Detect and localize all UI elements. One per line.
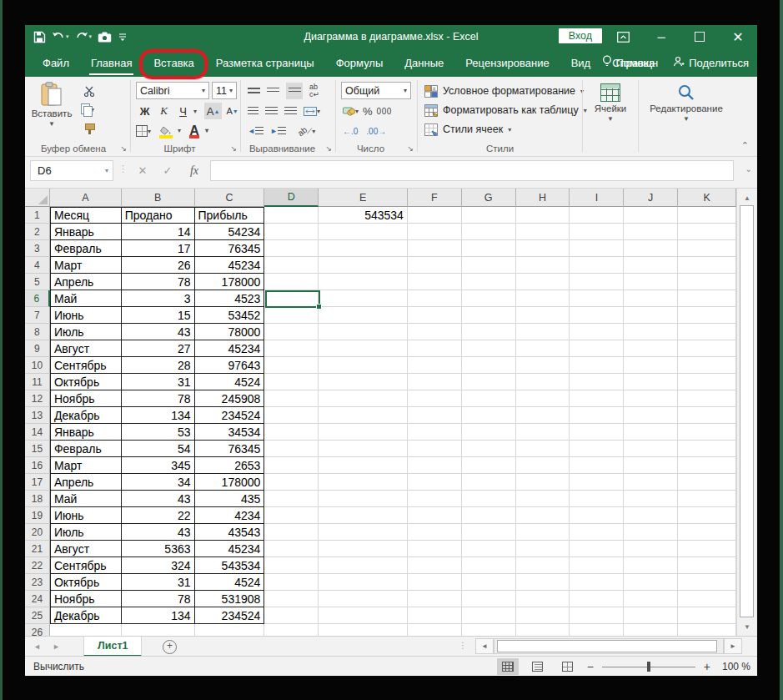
row-header-20[interactable]: 20 (25, 524, 50, 541)
cell-E23[interactable] (319, 574, 408, 591)
cell-K4[interactable] (678, 257, 736, 274)
cell-B11[interactable]: 31 (122, 374, 195, 390)
save-icon[interactable] (33, 28, 46, 46)
cell-A22[interactable]: Сентябрь (50, 557, 122, 574)
cell-I17[interactable] (570, 474, 624, 491)
cell-K15[interactable] (678, 441, 736, 457)
cell-E6[interactable] (319, 290, 408, 307)
format-painter-button[interactable] (80, 120, 98, 137)
decrease-decimal-button[interactable]: .00→ (366, 127, 386, 136)
cell-G19[interactable] (462, 507, 516, 524)
number-dialog-launcher[interactable]: ↘ (407, 144, 414, 153)
row-header-4[interactable]: 4 (25, 257, 50, 274)
cell-I9[interactable] (570, 340, 624, 357)
cell-G25[interactable] (462, 607, 516, 624)
align-right-icon[interactable] (284, 107, 297, 116)
row-header-23[interactable]: 23 (25, 574, 50, 591)
cell-G12[interactable] (462, 390, 516, 407)
cell-H25[interactable] (516, 607, 570, 624)
cell-K5[interactable] (678, 274, 736, 290)
cell-I7[interactable] (570, 307, 624, 324)
cell-I6[interactable] (570, 290, 624, 307)
maximize-button[interactable] (680, 25, 719, 48)
cell-B17[interactable]: 34 (122, 474, 195, 491)
cell-E8[interactable] (319, 324, 408, 340)
comma-style-button[interactable]: 000 (377, 107, 392, 116)
cell-K21[interactable] (678, 541, 736, 557)
tab-разметка-страницы[interactable]: Разметка страницы (205, 48, 325, 77)
cell-G15[interactable] (462, 441, 516, 457)
cell-E12[interactable] (319, 390, 408, 407)
cell-C4[interactable]: 45234 (195, 257, 265, 274)
cell-F19[interactable] (408, 507, 462, 524)
fill-color-button[interactable]: ▾ (158, 123, 174, 139)
wrap-text-button[interactable]: abc↵ (309, 83, 319, 98)
cell-E18[interactable] (319, 491, 408, 507)
cell-K2[interactable] (678, 224, 736, 240)
sheet-next-icon[interactable]: ► (53, 642, 60, 651)
cell-I11[interactable] (570, 374, 624, 390)
cell-J11[interactable] (624, 374, 678, 390)
cell-D10[interactable] (264, 357, 319, 374)
cell-styles-button[interactable]: Стили ячеек▾ (424, 120, 511, 138)
cell-C17[interactable]: 178000 (195, 474, 265, 491)
cell-E21[interactable] (319, 541, 408, 557)
alignment-dialog-launcher[interactable]: ↘ (325, 144, 332, 153)
bold-button[interactable]: Ж (136, 103, 153, 119)
cell-E22[interactable] (319, 557, 408, 574)
cell-K13[interactable] (678, 407, 736, 424)
align-center-icon[interactable] (265, 107, 278, 116)
horizontal-scroll-thumb[interactable] (497, 640, 717, 652)
row-header-17[interactable]: 17 (25, 474, 50, 491)
zoom-level[interactable]: 100 % (719, 661, 750, 672)
merge-center-button[interactable]: ▾ (304, 103, 320, 119)
italic-button[interactable]: К (155, 103, 173, 119)
cell-D13[interactable] (264, 407, 319, 424)
insert-function-icon[interactable]: fx (183, 160, 205, 181)
cell-G3[interactable] (462, 240, 516, 257)
cell-B4[interactable]: 26 (122, 257, 195, 274)
cell-K23[interactable] (678, 574, 736, 591)
cell-B1[interactable]: Продано (122, 207, 195, 224)
cell-K17[interactable] (678, 474, 736, 491)
cell-D19[interactable] (264, 507, 319, 524)
conditional-formatting-button[interactable]: ±Условное форматирование▾ (424, 82, 584, 100)
cell-E16[interactable] (319, 457, 408, 474)
format-as-table-button[interactable]: Форматировать как таблицу▾ (424, 101, 587, 119)
cell-B14[interactable]: 53 (122, 424, 195, 441)
cell-K20[interactable] (678, 524, 736, 541)
cell-F24[interactable] (408, 591, 462, 607)
cell-F21[interactable] (408, 541, 462, 557)
cell-E26[interactable] (319, 624, 408, 636)
cell-H20[interactable] (516, 524, 570, 541)
decrease-indent-button[interactable]: ◄ (248, 123, 264, 139)
cell-E4[interactable] (319, 257, 408, 274)
column-header-D[interactable]: D (264, 189, 319, 207)
cell-F15[interactable] (408, 441, 462, 457)
cell-K25[interactable] (678, 607, 736, 624)
cell-H22[interactable] (516, 557, 570, 574)
cell-J25[interactable] (624, 607, 678, 624)
cell-D8[interactable] (264, 324, 319, 340)
cell-F6[interactable] (408, 290, 462, 307)
row-header-15[interactable]: 15 (25, 441, 50, 457)
column-header-C[interactable]: C (195, 189, 265, 207)
cell-J2[interactable] (624, 224, 678, 240)
cell-I20[interactable] (570, 524, 624, 541)
cell-J14[interactable] (624, 424, 678, 441)
cell-J9[interactable] (624, 340, 678, 357)
cell-E5[interactable] (319, 274, 408, 290)
cell-I16[interactable] (570, 457, 624, 474)
cell-I3[interactable] (570, 240, 624, 257)
cell-C21[interactable]: 45234 (195, 541, 265, 557)
align-top-icon[interactable] (248, 88, 260, 94)
cell-B24[interactable]: 78 (122, 591, 195, 607)
cell-K14[interactable] (678, 424, 736, 441)
camera-icon[interactable] (98, 28, 112, 46)
tab-вид[interactable]: Вид (560, 48, 602, 77)
cell-B3[interactable]: 17 (122, 240, 195, 257)
confirm-entry-icon[interactable]: ✓ (157, 160, 178, 181)
column-header-G[interactable]: G (462, 189, 516, 207)
cell-F17[interactable] (408, 474, 462, 491)
cell-I8[interactable] (570, 324, 624, 340)
